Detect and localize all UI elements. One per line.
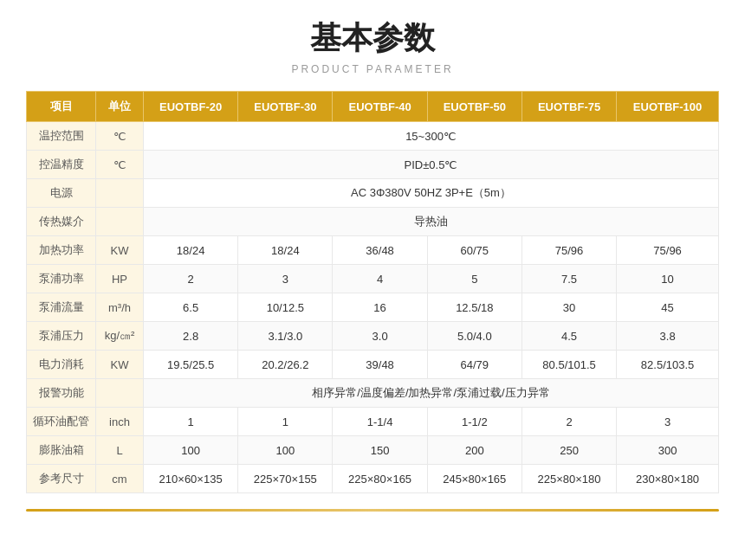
row-val-12-0: 210×60×135: [144, 465, 238, 493]
row-val-12-4: 225×80×180: [522, 465, 616, 493]
table-row: 温控范围℃15~300℃: [27, 122, 719, 151]
row-unit-3: [96, 208, 144, 236]
row-val-5-2: 4: [333, 265, 427, 293]
row-val-7-5: 3.8: [617, 322, 719, 351]
row-unit-0: ℃: [96, 122, 144, 151]
row-item-10: 循环油配管: [27, 408, 96, 436]
row-item-0: 温控范围: [27, 122, 96, 151]
row-item-4: 加热功率: [27, 236, 96, 265]
col-header-item: 项目: [27, 92, 96, 122]
row-val-4-5: 75/96: [617, 236, 719, 265]
table-row: 加热功率KW18/2418/2436/4860/7575/9675/96: [27, 236, 719, 265]
row-val-10-1: 1: [238, 408, 333, 436]
row-val-8-2: 39/48: [333, 351, 427, 379]
row-val-6-1: 10/12.5: [238, 293, 333, 322]
row-val-11-4: 250: [522, 436, 616, 465]
row-item-1: 控温精度: [27, 151, 96, 179]
row-val-5-1: 3: [238, 265, 333, 293]
row-val-6-5: 45: [617, 293, 719, 322]
row-val-5-3: 5: [427, 265, 522, 293]
row-span-value-9: 相序异常/温度偏差/加热异常/泵浦过载/压力异常: [144, 379, 719, 408]
col-header-euotbf75: EUOTBF-75: [522, 92, 616, 122]
table-row: 泵浦流量m³/h6.510/12.51612.5/183045: [27, 293, 719, 322]
row-span-value-2: AC 3Φ380V 50HZ 3P+E（5m）: [144, 179, 719, 208]
row-unit-4: KW: [96, 236, 144, 265]
row-val-6-2: 16: [333, 293, 427, 322]
row-val-12-2: 225×80×165: [333, 465, 427, 493]
row-unit-10: inch: [96, 408, 144, 436]
row-unit-7: kg/㎝²: [96, 322, 144, 351]
col-header-euotbf100: EUOTBF-100: [617, 92, 719, 122]
row-val-4-0: 18/24: [144, 236, 238, 265]
row-val-10-5: 3: [617, 408, 719, 436]
row-item-3: 传热媒介: [27, 208, 96, 236]
row-val-5-0: 2: [144, 265, 238, 293]
table-row: 膨胀油箱L100100150200250300: [27, 436, 719, 465]
parameters-table: 项目单位EUOTBF-20EUOTBF-30EUOTBF-40EUOTBF-50…: [26, 91, 719, 493]
col-header-unit: 单位: [96, 92, 144, 122]
col-header-euotbf40: EUOTBF-40: [333, 92, 427, 122]
row-val-4-4: 75/96: [522, 236, 616, 265]
row-val-10-4: 2: [522, 408, 616, 436]
row-item-7: 泵浦压力: [27, 322, 96, 351]
col-header-euotbf50: EUOTBF-50: [427, 92, 522, 122]
row-val-11-1: 100: [238, 436, 333, 465]
row-item-8: 电力消耗: [27, 351, 96, 379]
row-item-11: 膨胀油箱: [27, 436, 96, 465]
row-val-12-3: 245×80×165: [427, 465, 522, 493]
page-title: 基本参数: [26, 17, 719, 60]
row-val-7-0: 2.8: [144, 322, 238, 351]
row-unit-11: L: [96, 436, 144, 465]
row-span-value-0: 15~300℃: [144, 122, 719, 151]
row-val-5-4: 7.5: [522, 265, 616, 293]
row-val-6-3: 12.5/18: [427, 293, 522, 322]
table-row: 控温精度℃PID±0.5℃: [27, 151, 719, 179]
row-val-8-5: 82.5/103.5: [617, 351, 719, 379]
row-item-9: 报警功能: [27, 379, 96, 408]
row-item-6: 泵浦流量: [27, 293, 96, 322]
bottom-divider: [26, 509, 719, 512]
row-item-2: 电源: [27, 179, 96, 208]
table-row: 参考尺寸cm210×60×135225×70×155225×80×165245×…: [27, 465, 719, 493]
row-val-4-3: 60/75: [427, 236, 522, 265]
row-val-6-0: 6.5: [144, 293, 238, 322]
row-unit-9: [96, 379, 144, 408]
table-row: 泵浦压力kg/㎝²2.83.1/3.03.05.0/4.04.53.8: [27, 322, 719, 351]
row-unit-6: m³/h: [96, 293, 144, 322]
row-item-12: 参考尺寸: [27, 465, 96, 493]
row-val-10-0: 1: [144, 408, 238, 436]
row-val-8-0: 19.5/25.5: [144, 351, 238, 379]
row-val-8-3: 64/79: [427, 351, 522, 379]
row-val-11-2: 150: [333, 436, 427, 465]
row-unit-2: [96, 179, 144, 208]
row-val-8-1: 20.2/26.2: [238, 351, 333, 379]
table-row: 电源AC 3Φ380V 50HZ 3P+E（5m）: [27, 179, 719, 208]
row-unit-1: ℃: [96, 151, 144, 179]
col-header-euotbf30: EUOTBF-30: [238, 92, 333, 122]
table-row: 电力消耗KW19.5/25.520.2/26.239/4864/7980.5/1…: [27, 351, 719, 379]
row-span-value-1: PID±0.5℃: [144, 151, 719, 179]
row-val-7-2: 3.0: [333, 322, 427, 351]
row-unit-8: KW: [96, 351, 144, 379]
row-val-4-2: 36/48: [333, 236, 427, 265]
row-val-11-5: 300: [617, 436, 719, 465]
row-val-12-1: 225×70×155: [238, 465, 333, 493]
table-row: 报警功能相序异常/温度偏差/加热异常/泵浦过载/压力异常: [27, 379, 719, 408]
row-val-5-5: 10: [617, 265, 719, 293]
row-val-12-5: 230×80×180: [617, 465, 719, 493]
col-header-euotbf20: EUOTBF-20: [144, 92, 238, 122]
row-val-7-1: 3.1/3.0: [238, 322, 333, 351]
row-val-11-0: 100: [144, 436, 238, 465]
row-val-11-3: 200: [427, 436, 522, 465]
row-span-value-3: 导热油: [144, 208, 719, 236]
page-subtitle: PRODUCT PARAMETER: [26, 63, 719, 75]
row-val-4-1: 18/24: [238, 236, 333, 265]
row-val-10-2: 1-1/4: [333, 408, 427, 436]
row-item-5: 泵浦功率: [27, 265, 96, 293]
row-val-7-4: 4.5: [522, 322, 616, 351]
row-val-8-4: 80.5/101.5: [522, 351, 616, 379]
row-unit-12: cm: [96, 465, 144, 493]
table-row: 传热媒介导热油: [27, 208, 719, 236]
table-row: 泵浦功率HP23457.510: [27, 265, 719, 293]
row-val-10-3: 1-1/2: [427, 408, 522, 436]
